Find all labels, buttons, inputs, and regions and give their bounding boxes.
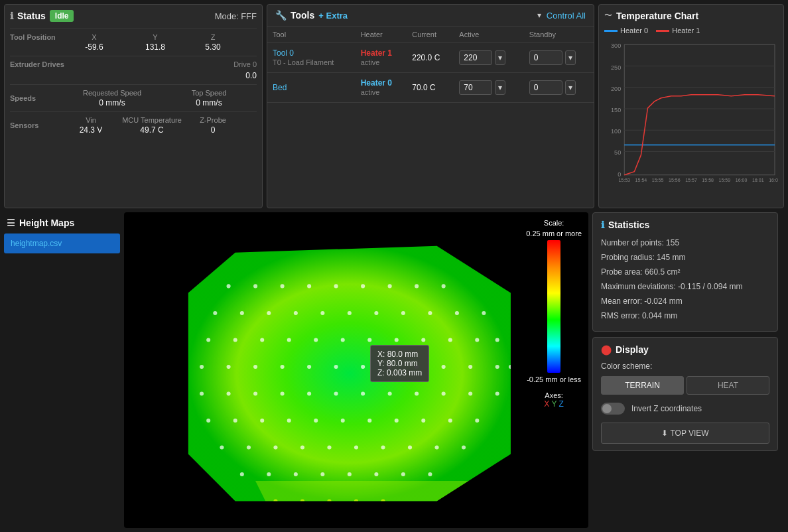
svg-point-62 — [307, 365, 311, 369]
standby-temp-input[interactable] — [529, 80, 562, 95]
svg-point-42 — [401, 311, 405, 315]
svg-point-97 — [300, 445, 304, 449]
heater0-legend: Heater 0 — [604, 27, 648, 34]
y-header: Y — [125, 33, 185, 41]
scheme-buttons: TERRAIN HEAT — [601, 376, 769, 395]
invert-z-toggle[interactable] — [601, 403, 625, 415]
current-temp: 220.0 C — [412, 53, 440, 62]
temperature-chart-panel: 〜 Temperature Chart Heater 0 Heater 1 — [598, 4, 784, 208]
svg-point-72 — [227, 391, 231, 395]
scale-top-val: 0.25 mm or more — [526, 230, 582, 237]
chart-icon: 〜 — [604, 10, 612, 21]
heightmap-file-item[interactable]: heightmap.csv — [4, 233, 120, 253]
active-temp-control[interactable]: ▾ — [459, 50, 518, 65]
vin-col: Vin 24.3 V — [64, 116, 117, 135]
terrain-button[interactable]: TERRAIN — [601, 376, 684, 395]
svg-point-43 — [428, 311, 432, 315]
svg-point-37 — [267, 311, 271, 315]
standby-temp-input[interactable] — [529, 50, 562, 65]
sensors-label: Sensors — [10, 121, 63, 129]
svg-point-68 — [468, 365, 472, 369]
control-all-button[interactable]: Control All — [547, 11, 586, 21]
axis-x: X — [544, 399, 549, 409]
svg-text:100: 100 — [611, 128, 621, 135]
svg-point-53 — [395, 338, 399, 342]
svg-text:15:54: 15:54 — [635, 178, 647, 182]
standby-temp-dropdown[interactable]: ▾ — [565, 80, 576, 95]
svg-point-34 — [442, 284, 446, 288]
display-card: ⬤ Display Color scheme: TERRAIN HEAT Inv… — [592, 337, 778, 451]
zprobe-value: 0 — [186, 125, 239, 135]
active-temp-input[interactable] — [459, 50, 492, 65]
top-view-button[interactable]: ⬇ TOP VIEW — [601, 423, 769, 444]
mode-label: Mode: — [215, 11, 239, 21]
svg-point-30 — [334, 284, 338, 288]
svg-point-98 — [327, 445, 331, 449]
svg-point-107 — [320, 472, 324, 476]
active-temp-control[interactable]: ▾ — [459, 80, 518, 95]
standby-temp-control[interactable]: ▾ — [529, 50, 588, 65]
svg-point-102 — [434, 445, 438, 449]
standby-temp-control[interactable]: ▾ — [529, 80, 588, 95]
x-value: -59.6 — [64, 42, 124, 52]
svg-point-39 — [320, 311, 324, 315]
svg-text:50: 50 — [614, 150, 621, 157]
heater1-color — [656, 30, 669, 32]
sensors-section: Sensors Vin 24.3 V MCU Temperature 49.7 … — [10, 111, 257, 139]
standby-temp-dropdown[interactable]: ▾ — [565, 50, 576, 65]
active-temp-input[interactable] — [459, 80, 492, 95]
svg-text:150: 150 — [611, 107, 621, 113]
svg-point-83 — [206, 419, 210, 423]
svg-point-101 — [408, 445, 412, 449]
svg-point-79 — [415, 391, 419, 395]
svg-point-51 — [341, 338, 345, 342]
svg-point-38 — [294, 311, 298, 315]
tools-dropdown-arrow[interactable]: ▾ — [537, 11, 541, 20]
svg-text:16:02: 16:02 — [769, 178, 778, 182]
col-tool-header: Tool — [267, 27, 356, 43]
extra-link[interactable]: + Extra — [318, 11, 348, 21]
svg-point-66 — [415, 365, 419, 369]
tool-name[interactable]: Bed — [273, 83, 350, 92]
svg-point-59 — [227, 365, 231, 369]
heightmap-svg — [124, 212, 588, 528]
vin-value: 24.3 V — [64, 125, 117, 135]
svg-point-88 — [341, 419, 345, 423]
svg-point-93 — [475, 419, 479, 423]
svg-point-49 — [287, 338, 291, 342]
svg-point-60 — [253, 365, 257, 369]
svg-text:15:57: 15:57 — [685, 178, 697, 182]
svg-text:250: 250 — [611, 64, 621, 71]
svg-text:300: 300 — [611, 42, 621, 49]
invert-z-toggle-row: Invert Z coordinates — [601, 403, 769, 415]
svg-text:16:01: 16:01 — [752, 178, 764, 182]
svg-text:15:55: 15:55 — [652, 178, 664, 182]
heater0-color — [604, 30, 618, 32]
svg-point-31 — [361, 284, 365, 288]
svg-point-110 — [401, 472, 405, 476]
svg-point-76 — [334, 391, 338, 395]
svg-point-84 — [233, 419, 237, 423]
color-bar — [547, 240, 560, 373]
heater1-legend: Heater 1 — [656, 27, 700, 34]
tools-table: Tool Heater Current Active Standby Tool … — [267, 27, 594, 103]
invert-z-label: Invert Z coordinates — [631, 404, 702, 413]
heater-status: active — [361, 58, 380, 66]
tool-name[interactable]: Tool 0 — [273, 48, 350, 58]
svg-point-103 — [462, 445, 466, 449]
active-temp-dropdown[interactable]: ▾ — [495, 50, 505, 65]
svg-point-65 — [388, 365, 392, 369]
requested-speed-label: Requested Speed — [64, 89, 160, 97]
scale-bottom-val: -0.25 mm or less — [527, 375, 581, 383]
svg-point-78 — [388, 391, 392, 395]
svg-point-100 — [381, 445, 385, 449]
svg-text:200: 200 — [611, 86, 621, 92]
tools-panel: 🔧 Tools + Extra ▾ Control All Tool Heate… — [267, 4, 594, 208]
col-heater-header: Heater — [356, 27, 407, 43]
active-temp-dropdown[interactable]: ▾ — [495, 80, 505, 95]
svg-point-109 — [374, 472, 378, 476]
heat-button[interactable]: HEAT — [687, 376, 769, 395]
svg-point-44 — [455, 311, 459, 315]
mcu-value: 49.7 C — [119, 125, 185, 135]
z-header: Z — [186, 33, 239, 41]
